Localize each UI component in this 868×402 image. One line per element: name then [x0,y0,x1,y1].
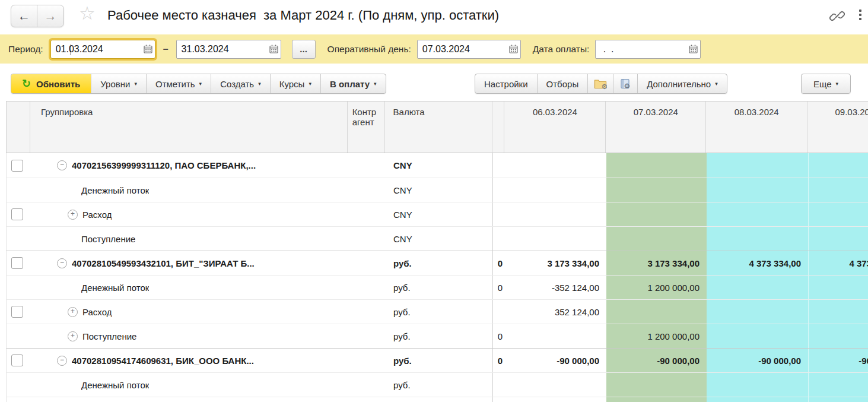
grid-body: −40702156399999311120, ПАО СБЕРБАНК,...C… [6,153,868,402]
cell-currency [385,397,493,402]
cell-currency: руб. [385,349,493,372]
report-gear-icon: ⚙ [619,78,631,90]
cell-value [493,397,505,402]
cell-value [493,227,505,251]
period-label: Период: [8,44,43,55]
period-to-input[interactable] [177,40,267,58]
cell-grouping: +Расход [30,300,348,324]
chevron-down-icon: ▾ [309,81,311,87]
cell-value: 352 124,00 [505,300,606,324]
header-counterparty[interactable]: Контр агент [348,102,385,153]
cell-counterparty [348,251,385,275]
cell-value: 1 200 000,00 [606,276,707,299]
expand-icon[interactable]: + [68,210,78,220]
row-label: 40702810954174609631, БИК_ООО БАНК... [72,356,254,366]
settings-button[interactable]: Настройки [475,74,537,93]
collapse-icon[interactable]: − [57,356,67,366]
expand-icon[interactable]: + [68,307,78,317]
table-row[interactable]: +РасходCNY [6,202,868,226]
additional-button[interactable]: Дополнительно▾ [637,74,727,93]
cell-currency: CNY [385,153,493,178]
table-row[interactable] [6,397,868,402]
cell-counterparty [348,300,385,324]
calendar-icon[interactable] [507,40,520,58]
table-row[interactable]: −40702810954174609631, БИК_ООО БАНК...ру… [6,348,868,372]
table-row[interactable]: Денежный потокCNY [6,178,868,202]
more-menu-icon[interactable] [859,10,861,20]
header-currency[interactable]: Валюта [385,102,493,153]
load-settings-button[interactable]: ⚙ [613,74,637,93]
cell-counterparty [348,202,385,226]
table-row[interactable]: +Расходруб.352 124,00 [6,299,868,324]
row-checkbox[interactable] [11,354,23,366]
page-title: Рабочее место казначея за Март 2024 г. (… [107,8,499,23]
to-payment-button[interactable]: В оплату▾ [320,74,386,93]
cell-value [606,397,707,402]
favorite-star-icon[interactable]: ☆ [79,2,96,24]
chevron-down-icon: ▾ [836,81,839,87]
chevron-down-icon: ▾ [715,81,718,87]
table-row[interactable]: Денежный потокруб. [6,372,868,397]
more-button[interactable]: Еще▾ [802,74,850,93]
payment-date-input[interactable] [596,40,686,58]
header-date-06-03[interactable]: 06.03.2024 [504,102,606,153]
table-row[interactable]: +Поступлениеруб.01 200 000,00 [6,324,868,348]
cell-value [606,227,707,251]
table-row[interactable]: ПоступлениеCNY [6,226,868,251]
collapse-icon[interactable]: − [57,258,67,268]
forward-button[interactable]: → [37,5,63,27]
cell-value [493,373,505,397]
collapse-icon[interactable]: − [57,160,67,170]
row-label: Поступление [81,234,135,244]
row-label: Денежный поток [81,185,149,195]
mark-button[interactable]: Отметить▾ [146,74,211,93]
back-button[interactable]: ← [11,5,37,27]
cell-value [707,276,808,299]
expand-icon[interactable]: + [68,331,78,341]
cell-value [493,178,505,202]
cell-value: 0 [493,349,505,372]
create-button[interactable]: Создать▾ [211,74,270,93]
rates-button[interactable]: Курсы▾ [270,74,320,93]
selections-button[interactable]: Отборы [537,74,588,93]
cell-value: -90 000,00 [707,349,808,372]
table-row[interactable]: Денежный потокруб.0-352 124,001 200 000,… [6,275,868,299]
table-row[interactable]: −40702156399999311120, ПАО СБЕРБАНК,...C… [6,153,868,178]
levels-button[interactable]: Уровни▾ [91,74,146,93]
calendar-icon[interactable] [686,40,700,58]
row-checkbox[interactable] [11,306,23,318]
row-checkbox[interactable] [11,208,23,220]
operational-day-input[interactable] [418,40,507,58]
calendar-icon[interactable] [267,40,281,58]
cell-value [808,178,868,202]
chevron-down-icon: ▾ [134,81,137,87]
cell-value [505,178,606,202]
header-date-08-03[interactable]: 08.03.2024 [706,102,807,153]
link-icon[interactable] [829,8,845,24]
row-label: 40702156399999311120, ПАО СБЕРБАНК,... [72,160,256,170]
cell-value [808,397,868,402]
cell-value [606,153,707,178]
cell-currency: CNY [385,178,493,202]
row-checkbox[interactable] [11,257,23,269]
cell-value: 1 200 000,00 [606,324,707,348]
cell-grouping: −40702810954174609631, БИК_ООО БАНК... [30,349,348,372]
cell-grouping: Денежный поток [30,276,348,299]
calendar-icon[interactable] [141,40,155,58]
cell-currency: CNY [385,202,493,226]
header-date-07-03[interactable]: 07.03.2024 [606,102,706,153]
cell-grouping: −40702810549593432101, БИТ_"ЗИРААТ Б... [30,251,348,275]
refresh-button[interactable]: ↻Обновить [11,74,91,93]
save-settings-button[interactable]: ⚙ [587,74,613,93]
header-date-09-03[interactable]: 09.03.2024 [807,102,868,153]
cell-value [707,178,808,202]
cell-select [7,178,30,202]
period-options-button[interactable]: ... [292,40,316,59]
row-checkbox[interactable] [11,160,23,172]
period-from-input[interactable] [51,40,141,58]
header-grouping[interactable]: Группировка [30,102,348,153]
cell-value [707,153,808,178]
cell-value: 3 173 334,00 [606,251,707,275]
table-row[interactable]: −40702810549593432101, БИТ_"ЗИРААТ Б...р… [6,251,868,275]
cell-currency: CNY [385,227,493,251]
